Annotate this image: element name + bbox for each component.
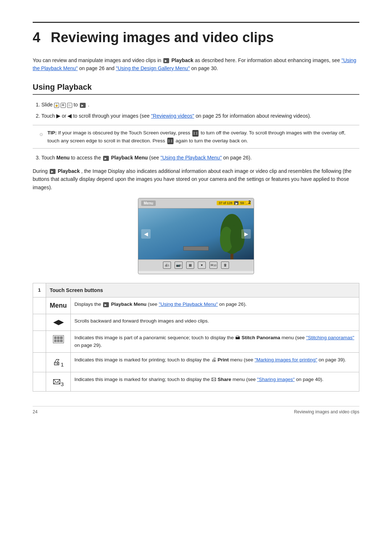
- intro-paragraph: You can review and manipulate images and…: [33, 56, 359, 73]
- share-desc-ref: on page 40).: [296, 377, 323, 382]
- cam-middle-strip: [183, 246, 209, 251]
- cam-right-arrow[interactable]: ▶: [241, 229, 251, 239]
- icon-cell-menu: Menu: [46, 297, 71, 314]
- counter2: 59: [240, 201, 244, 205]
- link-pb-menu-table[interactable]: "Using the Playback Menu": [159, 301, 218, 307]
- link-design-gallery-menu[interactable]: "Using the Design Gallery Menu": [116, 65, 190, 71]
- during-paragraph: During Playback , the Image Display also…: [33, 167, 359, 191]
- share-desc-cell: Indicates this image is marked for shari…: [71, 372, 359, 392]
- table-row-menu: Menu Displays the Playback Menu (see "Us…: [33, 297, 359, 314]
- stitch-bold: Stitch Panorama: [242, 335, 281, 340]
- menu-desc-see: (see: [148, 301, 159, 307]
- share-icon-num: 3: [61, 381, 64, 387]
- table-row-header-row: 1 Touch Screen buttons: [33, 283, 359, 297]
- intro-text-before: You can review and manipulate images and…: [33, 57, 161, 63]
- tip-rest2: again to turn the overlay back on.: [176, 138, 248, 143]
- intro-and: and: [106, 65, 114, 71]
- print-bold: Print: [217, 357, 229, 362]
- icon-cell-arrows: ◀▶: [46, 314, 71, 331]
- menu-desc-ref: on page 26).: [219, 301, 247, 307]
- camera-diagram: Menu 37 of 128 59 🔑 2: [138, 198, 254, 274]
- page-container: 4 Reviewing images and video clips You c…: [33, 22, 359, 414]
- footer: 24 Reviewing images and video clips: [33, 406, 359, 414]
- during-rest: , the Image Display also indicates addit…: [33, 168, 351, 190]
- link-using-playback-menu-step3[interactable]: "Using the Playback Menu": [160, 155, 222, 161]
- share-icon: 🖂: [53, 377, 61, 386]
- table-empty-num2: [33, 314, 46, 331]
- step1-slide-text: Slide: [41, 102, 53, 108]
- intro-link2-ref: on page 30.: [191, 65, 218, 71]
- intro-link1-ref: on page 26: [79, 65, 105, 71]
- link-sharing-images[interactable]: "Sharing images": [257, 377, 294, 382]
- table-empty-num4: [33, 353, 46, 372]
- pano-desc-ref: on page 29).: [74, 343, 102, 348]
- step2-end: for information about reviewing videos).: [222, 113, 311, 119]
- link-stitching-panoramas[interactable]: "Stitching panoramas": [306, 335, 354, 340]
- during-word: During: [33, 168, 48, 174]
- print-desc-see: menu (see: [230, 357, 255, 362]
- pano-desc-before: Indicates this image is part of a panora…: [74, 335, 235, 340]
- share-desc-see: menu (see: [233, 377, 257, 382]
- step3-ref: on page 26).: [223, 155, 252, 161]
- step3-pb-icon: [103, 156, 109, 161]
- counter-text: 37 of 128: [219, 201, 232, 205]
- menu-desc-cell: Displays the Playback Menu (see "Using t…: [71, 297, 359, 314]
- cam-left-arrow[interactable]: ◀: [141, 229, 151, 239]
- tip-text: If your image is obscured by the Touch S…: [58, 130, 190, 135]
- step3-menu-word: Menu: [56, 155, 70, 161]
- bottom-print-icon: 🖨1: [163, 262, 171, 269]
- pano-grid-icon: [53, 335, 64, 343]
- bottom-camera-icon: 📷3: [175, 262, 183, 269]
- step3-rest: to access the: [71, 155, 101, 161]
- cam-image-area: ◀ ▶: [138, 208, 254, 259]
- tip-box: ☼ TIP: If your image is obscured by the …: [33, 125, 359, 149]
- stitch-icon-inline: 🏔: [235, 335, 240, 340]
- pano-cell-5: [57, 340, 60, 343]
- table-row-pano: Indicates this image is part of a panora…: [33, 331, 359, 352]
- arrows-desc: Scrolls backward and forward through ima…: [74, 318, 209, 324]
- step2-arrow-left: ◀: [68, 113, 72, 119]
- camera-mode-icon: 🔒: [54, 103, 59, 108]
- step1-to: to: [74, 102, 78, 108]
- step2-or: or: [62, 113, 66, 119]
- section-heading-using-playback: Using Playback: [33, 82, 359, 95]
- menu-icon-label: Menu: [50, 302, 67, 309]
- chapter-title: 4 Reviewing images and video clips: [33, 22, 359, 46]
- print-desc-before: Indicates this image is marked for print…: [74, 357, 211, 362]
- share-bold: Share: [217, 377, 231, 382]
- bottom-trash-icon: 🗑: [221, 262, 229, 269]
- during-pb-word: Playback: [58, 168, 80, 174]
- step3-list: Touch Menu to access the Playback Menu (…: [41, 154, 359, 162]
- chapter-number: 4: [33, 30, 40, 45]
- bottom-share-icon: ✉10: [209, 262, 217, 269]
- link-reviewing-videos[interactable]: "Reviewing videos": [151, 113, 194, 119]
- link-marking-images-printing[interactable]: "Marking images for printing": [255, 357, 317, 362]
- tip-sun-icon: ☼: [38, 129, 44, 145]
- table-empty-num5: [33, 372, 46, 392]
- cam-bottom-bar: 1 🖨1 📷3 ▦ ♥ ✉10: [138, 259, 254, 271]
- playback-inline-icon: [163, 58, 169, 63]
- pano-desc-see: menu (see: [282, 335, 306, 340]
- arrows-icon: ◀▶: [53, 319, 64, 326]
- share-desc-before: Indicates this image is marked for shari…: [74, 377, 211, 382]
- table-row-arrows: ◀▶ Scrolls backward and forward through …: [33, 314, 359, 331]
- icon-cell-share: 🖂3: [46, 372, 71, 392]
- pano-cell-6: [60, 340, 62, 343]
- playback-mode-icon-inline: [80, 103, 86, 108]
- step3-pb-text: Playback Menu: [111, 155, 148, 161]
- pano-cell-4: [54, 340, 57, 343]
- table-empty-num3: [33, 331, 46, 352]
- pano-cell-2: [57, 336, 60, 339]
- step-3: Touch Menu to access the Playback Menu (…: [41, 154, 359, 162]
- menu-desc-pb: Playback Menu: [111, 301, 148, 307]
- during-pb-icon: [50, 169, 56, 174]
- icon-cell-print: 🖨1: [46, 353, 71, 372]
- pano-desc-cell: Indicates this image is part of a panora…: [71, 331, 359, 352]
- step2-touch: Touch: [41, 113, 55, 119]
- print-icon-inline: 🖨: [211, 357, 216, 362]
- menu-pb-icon-inline: [103, 302, 109, 307]
- bottom-heart-icon: ♥: [198, 262, 206, 269]
- footer-page-num: 24: [33, 409, 37, 414]
- print-icon-num: 1: [61, 361, 64, 368]
- bottom-stitch-icon: ▦: [186, 262, 194, 269]
